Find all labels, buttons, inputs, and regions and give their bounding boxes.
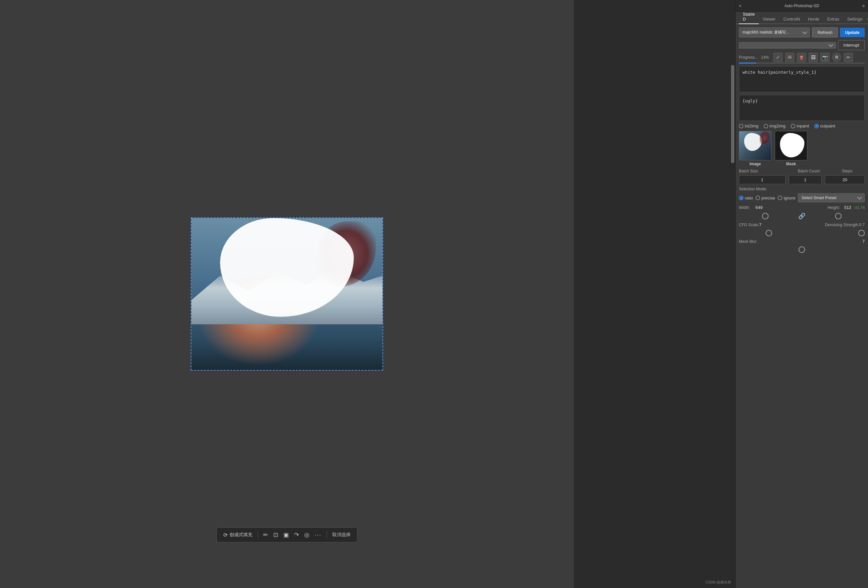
selection-ignore[interactable]: ignore	[778, 196, 795, 200]
watermark: CSDN @易水府	[706, 580, 731, 585]
mode-outpaint-label: outpaint	[820, 124, 835, 128]
mode-inpaint[interactable]: inpaint	[791, 124, 809, 128]
version-badge: ↑ v1.2.5	[867, 17, 868, 24]
height-value: 512	[844, 205, 851, 210]
panel-content[interactable]: majicMIX realistic 麦橘写… Refresh Update I…	[736, 24, 868, 588]
selection-mode-label: Selection Mode:	[739, 187, 767, 191]
move-tool[interactable]: ↷	[294, 531, 299, 538]
tab-controln[interactable]: ControlN	[779, 15, 804, 24]
transform-tool[interactable]: ▣	[283, 531, 289, 538]
mode-row: txt2img img2img inpaint outpaint	[739, 124, 865, 128]
link-icon: 🔗	[798, 213, 805, 220]
radio-outpaint-circle	[814, 124, 819, 128]
thumbnails-row: Image Mask	[739, 131, 865, 166]
svg-rect-1	[788, 58, 792, 58]
positive-prompt[interactable]	[739, 66, 865, 92]
steps-input[interactable]	[825, 175, 865, 184]
mask-blur-slider-row	[739, 246, 865, 253]
cancel-selection-button[interactable]: 取消选择	[332, 532, 351, 538]
negative-prompt[interactable]	[739, 95, 865, 121]
radio-txt2img-circle	[739, 124, 744, 128]
camera-icon-btn[interactable]: 📷	[821, 53, 830, 62]
selection-precise-label: precise	[762, 196, 775, 200]
mode-outpaint[interactable]: outpaint	[814, 124, 835, 128]
radio-ratio-circle	[739, 196, 744, 200]
tab-extras[interactable]: Extras	[823, 15, 843, 24]
model-name: majicMIX realistic 麦橘写…	[743, 29, 790, 35]
selection-precise[interactable]: precise	[756, 196, 775, 200]
selection-tool[interactable]: ⊡	[273, 531, 278, 538]
sub-model-dropdown[interactable]	[739, 42, 836, 49]
selection-mode-section: Selection Mode: ratio precise ignore Sel…	[739, 187, 865, 202]
batch-size-input[interactable]	[739, 175, 785, 184]
ratio-value: ↑x1.74	[853, 205, 865, 210]
image-container	[191, 217, 383, 371]
mode-txt2img[interactable]: txt2img	[739, 124, 759, 128]
tab-viewer[interactable]: Viewer	[759, 15, 779, 24]
thumb-mask-preview	[775, 131, 807, 160]
fill-button[interactable]: ⟳ 创成式填充	[223, 532, 252, 538]
main-image	[191, 218, 382, 370]
radio-inpaint-circle	[791, 124, 795, 128]
erase-tool[interactable]: ◎	[304, 531, 310, 538]
stack-icon-btn[interactable]	[797, 53, 806, 62]
model-selector-row: majicMIX realistic 麦橘写… Refresh Update	[739, 27, 865, 37]
update-button[interactable]: Update	[840, 28, 865, 37]
layers-icon-btn[interactable]	[785, 53, 794, 62]
menu-icon[interactable]: ≡	[862, 3, 865, 9]
mode-img2img[interactable]: img2img	[764, 124, 785, 128]
batch-size-label: Batch Size:	[739, 169, 762, 173]
toolbar-divider-1	[258, 531, 258, 539]
edit-icon-btn[interactable]: ✏	[844, 53, 853, 62]
progress-label: Progress...	[739, 55, 759, 60]
height-label: Height:	[828, 205, 842, 210]
interrupt-button[interactable]: Interrupt	[838, 40, 865, 50]
close-button[interactable]: ×	[739, 3, 741, 9]
width-slider[interactable]	[762, 213, 769, 220]
right-scrollbar[interactable]	[731, 0, 735, 588]
tab-horde[interactable]: Horde	[804, 15, 823, 24]
cfg-slider[interactable]	[766, 230, 772, 236]
width-label: Width:	[739, 205, 754, 210]
tab-stable-d[interactable]: Stable D	[739, 10, 759, 24]
mask-thumbnail[interactable]	[775, 131, 807, 161]
toolbar-divider-2	[327, 531, 327, 539]
denoising-label: Denoising Strength:0.7	[825, 223, 865, 227]
progress-row: Progress... 14% ✓ 🖼 📷	[739, 53, 865, 62]
svg-marker-4	[800, 57, 803, 60]
check-icon-btn[interactable]: ✓	[774, 53, 782, 62]
refresh-button[interactable]: Refresh	[812, 27, 838, 37]
app-title: Auto-Photoshop-SD	[785, 4, 819, 8]
fill-label: 创成式填充	[230, 532, 252, 538]
image-icon-btn[interactable]: 🖼	[809, 53, 818, 62]
cfg-value: 7	[759, 222, 762, 227]
cfg-slider-row	[739, 230, 865, 236]
selection-ratio-label: ratio	[745, 196, 753, 200]
model-dropdown[interactable]: majicMIX realistic 麦橘写…	[739, 27, 810, 37]
width-value: 649	[756, 205, 763, 210]
mask-blob	[780, 133, 805, 158]
mask-blur-slider[interactable]	[799, 246, 805, 253]
smart-preset-dropdown[interactable]: Select Smart Preset	[798, 193, 865, 202]
mask-blur-row: Mask Blur: 7	[739, 239, 865, 244]
wh-slider-row: 🔗	[739, 212, 865, 220]
thumb-image-preview	[739, 131, 771, 160]
mode-img2img-label: img2img	[769, 124, 785, 128]
sub-model-row: Interrupt	[739, 40, 865, 50]
selection-ratio[interactable]: ratio	[739, 196, 753, 200]
r-icon-btn[interactable]: R	[832, 53, 841, 62]
tab-settings[interactable]: Settings	[843, 15, 867, 24]
image-thumbnail[interactable]	[739, 131, 772, 161]
steps-label: Steps:	[842, 169, 865, 173]
denoising-slider[interactable]	[858, 230, 865, 236]
svg-rect-0	[788, 57, 792, 57]
batch-count-input[interactable]	[789, 175, 822, 184]
selection-ignore-label: ignore	[784, 196, 795, 200]
image-thumbnail-label: Image	[750, 162, 761, 166]
cfg-row: CFG Scale: 7 Denoising Strength:0.7	[739, 222, 865, 227]
height-slider[interactable]	[835, 213, 841, 220]
more-tools[interactable]: ···	[314, 532, 322, 538]
selection-mode-row: ratio precise ignore Select Smart Preset	[739, 193, 865, 202]
fill-icon: ⟳	[223, 532, 227, 538]
brush-tool[interactable]: ✏	[263, 531, 268, 538]
